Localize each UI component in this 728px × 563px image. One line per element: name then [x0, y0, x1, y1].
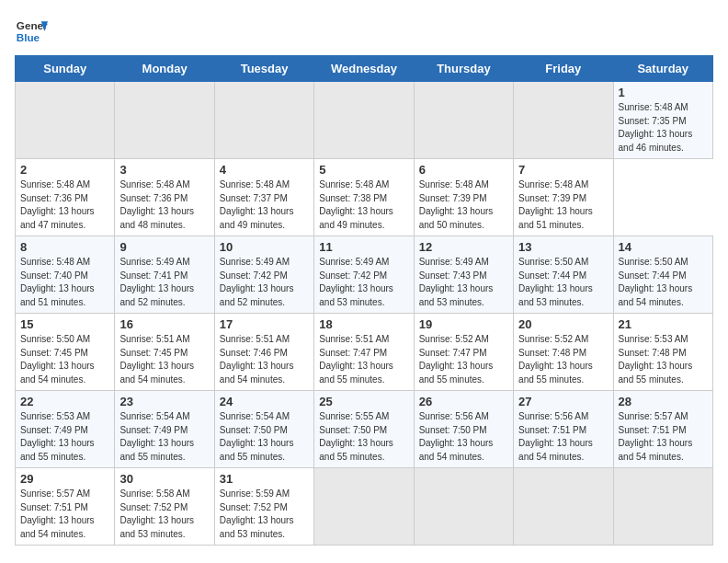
- day-info: Sunrise: 5:49 AM Sunset: 7:43 PM Dayligh…: [419, 256, 508, 309]
- calendar-cell: 2Sunrise: 5:48 AM Sunset: 7:36 PM Daylig…: [16, 159, 115, 236]
- day-number: 19: [419, 317, 508, 331]
- day-number: 14: [619, 240, 708, 254]
- day-info: Sunrise: 5:49 AM Sunset: 7:41 PM Dayligh…: [119, 256, 209, 309]
- calendar-cell: 17Sunrise: 5:51 AM Sunset: 7:46 PM Dayli…: [214, 314, 313, 391]
- day-number: 2: [20, 163, 109, 177]
- calendar-cell: [514, 82, 613, 159]
- calendar-cell: [414, 468, 513, 546]
- day-number: 12: [419, 240, 508, 254]
- calendar-header-row: SundayMondayTuesdayWednesdayThursdayFrid…: [16, 56, 713, 82]
- calendar-cell: 12Sunrise: 5:49 AM Sunset: 7:43 PM Dayli…: [414, 236, 513, 314]
- day-number: 7: [518, 163, 608, 177]
- calendar-cell: 26Sunrise: 5:56 AM Sunset: 7:50 PM Dayli…: [414, 391, 513, 468]
- day-number: 26: [419, 395, 508, 408]
- calendar-week-1: 1Sunrise: 5:48 AM Sunset: 7:35 PM Daylig…: [16, 82, 713, 159]
- day-header-monday: Monday: [115, 56, 214, 82]
- day-number: 22: [20, 395, 109, 408]
- calendar-cell: 30Sunrise: 5:58 AM Sunset: 7:52 PM Dayli…: [115, 468, 214, 546]
- day-number: 20: [518, 317, 608, 331]
- day-number: 25: [319, 395, 408, 408]
- calendar-cell: 1Sunrise: 5:48 AM Sunset: 7:35 PM Daylig…: [613, 82, 712, 159]
- calendar-cell: 5Sunrise: 5:48 AM Sunset: 7:38 PM Daylig…: [314, 159, 414, 236]
- day-number: 11: [319, 240, 408, 254]
- calendar-cell: 28Sunrise: 5:57 AM Sunset: 7:51 PM Dayli…: [613, 391, 712, 468]
- day-info: Sunrise: 5:51 AM Sunset: 7:46 PM Dayligh…: [220, 333, 309, 386]
- day-number: 4: [220, 163, 309, 177]
- day-info: Sunrise: 5:50 AM Sunset: 7:45 PM Dayligh…: [20, 333, 109, 386]
- day-header-tuesday: Tuesday: [214, 56, 313, 82]
- day-info: Sunrise: 5:54 AM Sunset: 7:50 PM Dayligh…: [220, 410, 309, 464]
- calendar-cell: 4Sunrise: 5:48 AM Sunset: 7:37 PM Daylig…: [214, 159, 313, 236]
- day-info: Sunrise: 5:50 AM Sunset: 7:44 PM Dayligh…: [518, 256, 608, 309]
- day-number: 8: [20, 240, 109, 254]
- calendar-cell: 27Sunrise: 5:56 AM Sunset: 7:51 PM Dayli…: [514, 391, 613, 468]
- day-number: 16: [119, 317, 209, 331]
- day-info: Sunrise: 5:48 AM Sunset: 7:38 PM Dayligh…: [319, 178, 408, 232]
- day-number: 5: [319, 163, 408, 177]
- day-header-saturday: Saturday: [613, 56, 712, 82]
- calendar-cell: 25Sunrise: 5:55 AM Sunset: 7:50 PM Dayli…: [314, 391, 414, 468]
- calendar-cell: 19Sunrise: 5:52 AM Sunset: 7:47 PM Dayli…: [414, 314, 513, 391]
- svg-text:Blue: Blue: [17, 31, 40, 43]
- calendar-cell: 16Sunrise: 5:51 AM Sunset: 7:45 PM Dayli…: [115, 314, 214, 391]
- day-number: 10: [220, 240, 309, 254]
- day-number: 6: [419, 163, 508, 177]
- day-number: 28: [619, 395, 708, 408]
- calendar-cell: [414, 82, 513, 159]
- day-info: Sunrise: 5:52 AM Sunset: 7:47 PM Dayligh…: [419, 333, 508, 386]
- calendar-cell: 21Sunrise: 5:53 AM Sunset: 7:48 PM Dayli…: [613, 314, 712, 391]
- day-number: 29: [20, 472, 109, 486]
- calendar-table: SundayMondayTuesdayWednesdayThursdayFrid…: [15, 55, 713, 546]
- day-number: 30: [119, 472, 209, 486]
- day-info: Sunrise: 5:48 AM Sunset: 7:35 PM Dayligh…: [619, 101, 708, 155]
- page-header: General Blue: [15, 15, 713, 48]
- day-info: Sunrise: 5:56 AM Sunset: 7:50 PM Dayligh…: [419, 410, 508, 464]
- calendar-cell: 31Sunrise: 5:59 AM Sunset: 7:52 PM Dayli…: [214, 468, 313, 546]
- day-info: Sunrise: 5:48 AM Sunset: 7:37 PM Dayligh…: [220, 178, 309, 232]
- day-number: 18: [319, 317, 408, 331]
- calendar-cell: [514, 468, 613, 546]
- day-info: Sunrise: 5:56 AM Sunset: 7:51 PM Dayligh…: [518, 410, 608, 464]
- calendar-cell: 18Sunrise: 5:51 AM Sunset: 7:47 PM Dayli…: [314, 314, 414, 391]
- day-info: Sunrise: 5:58 AM Sunset: 7:52 PM Dayligh…: [119, 488, 209, 541]
- day-info: Sunrise: 5:52 AM Sunset: 7:48 PM Dayligh…: [518, 333, 608, 386]
- calendar-week-2: 2Sunrise: 5:48 AM Sunset: 7:36 PM Daylig…: [16, 159, 713, 236]
- logo-icon: General Blue: [15, 15, 48, 48]
- day-info: Sunrise: 5:48 AM Sunset: 7:39 PM Dayligh…: [419, 178, 508, 232]
- day-number: 15: [20, 317, 109, 331]
- day-info: Sunrise: 5:53 AM Sunset: 7:49 PM Dayligh…: [20, 410, 109, 464]
- day-number: 1: [619, 86, 708, 99]
- day-info: Sunrise: 5:50 AM Sunset: 7:44 PM Dayligh…: [619, 256, 708, 309]
- calendar-cell: 15Sunrise: 5:50 AM Sunset: 7:45 PM Dayli…: [16, 314, 115, 391]
- calendar-body: 1Sunrise: 5:48 AM Sunset: 7:35 PM Daylig…: [16, 82, 713, 546]
- day-number: 3: [119, 163, 209, 177]
- calendar-cell: 13Sunrise: 5:50 AM Sunset: 7:44 PM Dayli…: [514, 236, 613, 314]
- day-info: Sunrise: 5:54 AM Sunset: 7:49 PM Dayligh…: [119, 410, 209, 464]
- day-number: 31: [220, 472, 309, 486]
- day-number: 24: [220, 395, 309, 408]
- calendar-week-5: 22Sunrise: 5:53 AM Sunset: 7:49 PM Dayli…: [16, 391, 713, 468]
- day-header-thursday: Thursday: [414, 56, 513, 82]
- calendar-cell: 22Sunrise: 5:53 AM Sunset: 7:49 PM Dayli…: [16, 391, 115, 468]
- calendar-cell: [314, 468, 414, 546]
- day-header-friday: Friday: [514, 56, 613, 82]
- day-info: Sunrise: 5:51 AM Sunset: 7:47 PM Dayligh…: [319, 333, 408, 386]
- calendar-week-3: 8Sunrise: 5:48 AM Sunset: 7:40 PM Daylig…: [16, 236, 713, 314]
- calendar-cell: [214, 82, 313, 159]
- day-header-wednesday: Wednesday: [314, 56, 414, 82]
- day-info: Sunrise: 5:57 AM Sunset: 7:51 PM Dayligh…: [619, 410, 708, 464]
- day-number: 13: [518, 240, 608, 254]
- calendar-week-6: 29Sunrise: 5:57 AM Sunset: 7:51 PM Dayli…: [16, 468, 713, 546]
- day-number: 9: [119, 240, 209, 254]
- day-info: Sunrise: 5:48 AM Sunset: 7:39 PM Dayligh…: [518, 178, 608, 232]
- calendar-cell: 7Sunrise: 5:48 AM Sunset: 7:39 PM Daylig…: [514, 159, 613, 236]
- day-number: 27: [518, 395, 608, 408]
- day-info: Sunrise: 5:48 AM Sunset: 7:36 PM Dayligh…: [119, 178, 209, 232]
- day-info: Sunrise: 5:55 AM Sunset: 7:50 PM Dayligh…: [319, 410, 408, 464]
- calendar-cell: 3Sunrise: 5:48 AM Sunset: 7:36 PM Daylig…: [115, 159, 214, 236]
- calendar-cell: 9Sunrise: 5:49 AM Sunset: 7:41 PM Daylig…: [115, 236, 214, 314]
- day-number: 17: [220, 317, 309, 331]
- calendar-cell: 14Sunrise: 5:50 AM Sunset: 7:44 PM Dayli…: [613, 236, 712, 314]
- calendar-cell: [115, 82, 214, 159]
- day-info: Sunrise: 5:49 AM Sunset: 7:42 PM Dayligh…: [220, 256, 309, 309]
